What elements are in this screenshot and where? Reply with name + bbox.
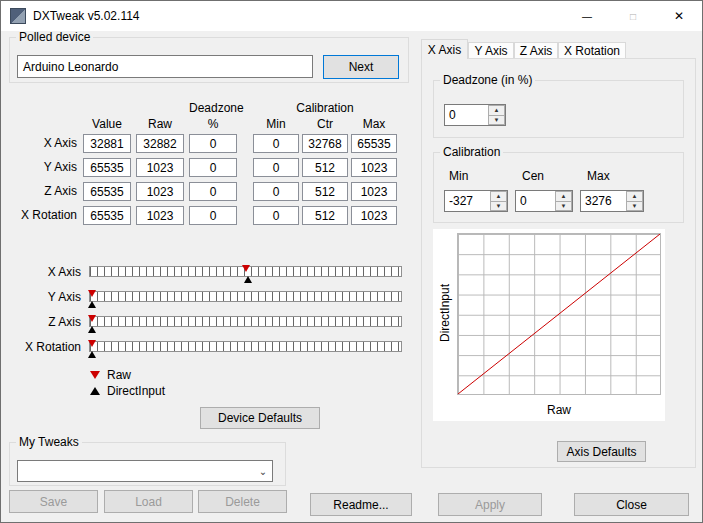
cal-max-spinner[interactable]: 3276 ▲ ▼: [580, 190, 644, 212]
raw-marker: [88, 340, 96, 347]
chevron-down-icon[interactable]: ⌄: [254, 466, 272, 477]
raw-legend-icon: [90, 371, 100, 379]
polled-device-field[interactable]: Arduino Leonardo: [17, 55, 313, 78]
cal-ctr-cell: 512: [302, 206, 348, 225]
close-button[interactable]: Close: [574, 493, 689, 516]
cal-min-spinner[interactable]: -327 ▲ ▼: [444, 190, 508, 212]
deadzone-group-label: Deadzone (in %): [440, 74, 535, 87]
graph-y-axis-label: DirectInput: [438, 284, 452, 342]
raw-cell: 32882: [136, 134, 184, 153]
raw-marker: [88, 290, 96, 297]
tab-x-rotation[interactable]: X Rotation: [558, 42, 626, 58]
cal-min-cell: 0: [253, 158, 299, 177]
slider-label: Y Axis: [1, 290, 81, 304]
titlebar[interactable]: DXTweak v5.02.114 — □ ✕: [1, 1, 702, 31]
apply-button[interactable]: Apply: [438, 493, 542, 516]
device-defaults-button[interactable]: Device Defaults: [200, 407, 320, 429]
slider-track-y-axis[interactable]: [89, 291, 402, 302]
raw-marker: [242, 265, 250, 272]
next-button[interactable]: Next: [323, 55, 399, 79]
axis-row-label: Y Axis: [1, 160, 77, 174]
value-cell: 65535: [83, 182, 131, 201]
cal-min-cell: 0: [253, 134, 299, 153]
slider-track-x-rotation[interactable]: [89, 341, 402, 352]
tab-y-axis[interactable]: Y Axis: [468, 42, 514, 58]
close-icon[interactable]: ✕: [656, 1, 702, 31]
tab-x-axis[interactable]: X Axis: [421, 39, 468, 59]
cal-min-cell: 0: [253, 206, 299, 225]
calibration-group-header: Calibration: [253, 101, 397, 115]
deadzone-spinner[interactable]: 0 ▲ ▼: [444, 104, 506, 126]
spin-up-icon[interactable]: ▲: [555, 191, 572, 202]
raw-marker: [88, 315, 96, 322]
spin-down-icon[interactable]: ▼: [490, 202, 507, 212]
graph-line: [458, 234, 660, 394]
cal-cen-spinner[interactable]: 0 ▲ ▼: [515, 190, 573, 212]
directinput-marker: [88, 301, 96, 308]
slider-row-x-axis: X Axis: [1, 266, 403, 279]
directinput-legend-icon: [90, 387, 100, 395]
deadzone-pct-cell: 0: [189, 158, 237, 177]
app-icon: [10, 8, 26, 24]
spin-down-icon[interactable]: ▼: [555, 202, 572, 212]
window-title: DXTweak v5.02.114: [33, 9, 140, 23]
cal-ctr-cell: 512: [302, 158, 348, 177]
cal-max-label: Max: [587, 169, 610, 183]
value-cell: 65535: [83, 158, 131, 177]
delete-button[interactable]: Delete: [198, 490, 287, 513]
slider-track-z-axis[interactable]: [89, 316, 402, 327]
raw-cell: 1023: [136, 206, 184, 225]
column-header-max: Max: [351, 117, 397, 131]
minimize-icon[interactable]: —: [564, 1, 610, 31]
cal-max-cell: 1023: [351, 206, 397, 225]
cal-ctr-cell: 32768: [302, 134, 348, 153]
slider-label: X Axis: [1, 265, 81, 279]
deadzone-spinner-value[interactable]: 0: [445, 105, 488, 125]
spin-up-icon[interactable]: ▲: [490, 191, 507, 202]
my-tweaks-group-label: My Tweaks: [16, 436, 82, 449]
graph-x-axis-label: Raw: [457, 403, 661, 417]
maximize-icon[interactable]: □: [610, 1, 656, 31]
my-tweaks-combobox[interactable]: ⌄: [17, 460, 273, 482]
slider-row-y-axis: Y Axis: [1, 291, 403, 304]
cal-max-cell: 1023: [351, 158, 397, 177]
calibration-groupbox: [433, 152, 684, 223]
spin-up-icon[interactable]: ▲: [488, 105, 505, 116]
directinput-marker: [244, 276, 252, 283]
save-button[interactable]: Save: [9, 490, 98, 513]
spin-down-icon[interactable]: ▼: [488, 116, 505, 126]
readme-button[interactable]: Readme...: [310, 493, 412, 516]
slider-label: X Rotation: [1, 340, 81, 354]
axis-row-label: Z Axis: [1, 184, 77, 198]
column-header-ctr: Ctr: [302, 117, 348, 131]
value-cell: 65535: [83, 206, 131, 225]
deadzone-pct-cell: 0: [189, 182, 237, 201]
cal-max-spinner-value[interactable]: 3276: [581, 191, 626, 211]
directinput-marker: [88, 351, 96, 358]
polled-device-group-label: Polled device: [16, 31, 93, 44]
raw-cell: 1023: [136, 158, 184, 177]
raw-cell: 1023: [136, 182, 184, 201]
axis-defaults-button[interactable]: Axis Defaults: [557, 441, 646, 462]
slider-label: Z Axis: [1, 315, 81, 329]
load-button[interactable]: Load: [104, 490, 193, 513]
directinput-marker: [88, 326, 96, 333]
cal-min-cell: 0: [253, 182, 299, 201]
slider-track-x-axis[interactable]: [89, 266, 402, 277]
slider-row-z-axis: Z Axis: [1, 316, 403, 329]
cal-ctr-cell: 512: [302, 182, 348, 201]
column-header-raw: Raw: [136, 117, 184, 131]
deadzone-pct-cell: 0: [189, 134, 237, 153]
raw-legend-label: Raw: [107, 368, 131, 382]
spin-down-icon[interactable]: ▼: [626, 202, 643, 212]
calibration-graph: DirectInput Raw: [433, 229, 665, 421]
cal-min-label: Min: [449, 169, 468, 183]
cal-min-spinner-value[interactable]: -327: [445, 191, 490, 211]
cal-cen-label: Cen: [522, 169, 544, 183]
spin-up-icon[interactable]: ▲: [626, 191, 643, 202]
tab-z-axis[interactable]: Z Axis: [514, 42, 558, 58]
deadzone-group-header: Deadzone: [189, 101, 237, 115]
column-header-value: Value: [83, 117, 131, 131]
cal-cen-spinner-value[interactable]: 0: [516, 191, 555, 211]
cal-max-cell: 65535: [351, 134, 397, 153]
